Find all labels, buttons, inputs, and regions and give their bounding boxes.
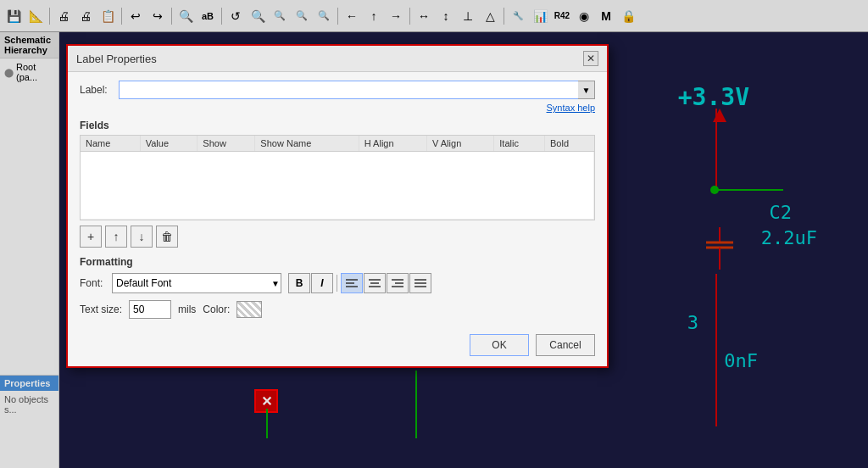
- add-row-button[interactable]: +: [80, 226, 102, 248]
- dialog-title: Label Properties: [76, 53, 157, 65]
- italic-button[interactable]: I: [311, 273, 333, 293]
- col-italic: Italic: [494, 136, 545, 152]
- color-swatch[interactable]: [236, 301, 262, 318]
- col-show-name: Show Name: [255, 136, 359, 152]
- table-empty-row: [81, 152, 594, 220]
- textsize-row: Text size: mils Color:: [80, 300, 595, 319]
- dialog-footer: OK Cancel: [68, 327, 607, 366]
- align-center-icon: [369, 278, 381, 288]
- textsize-input[interactable]: [129, 300, 171, 319]
- dialog-titlebar[interactable]: Label Properties ✕: [68, 46, 607, 72]
- col-bold: Bold: [545, 136, 594, 152]
- delete-row-button[interactable]: 🗑: [156, 226, 178, 248]
- table-header: Name Value Show Show Name H Align V Alig…: [81, 136, 594, 152]
- move-up-button[interactable]: ↑: [105, 226, 127, 248]
- mils-label: mils: [178, 304, 196, 315]
- align-left-icon: [346, 278, 358, 288]
- align-center-button[interactable]: [364, 273, 386, 293]
- ok-button[interactable]: OK: [470, 334, 529, 356]
- col-v-align: V Align: [427, 136, 494, 152]
- cancel-button[interactable]: Cancel: [536, 334, 595, 356]
- col-name: Name: [81, 136, 140, 152]
- formatting-section-label: Formatting: [80, 256, 595, 268]
- textsize-label: Text size:: [80, 304, 122, 315]
- bold-button[interactable]: B: [288, 273, 310, 293]
- syntax-help-link[interactable]: Syntax help: [80, 103, 595, 113]
- font-field-label: Font:: [80, 277, 105, 289]
- fields-section-label: Fields: [80, 120, 595, 131]
- label-properties-dialog: Label Properties ✕ Label: ▼ Syntax help …: [66, 44, 609, 368]
- align-justified-icon: [415, 278, 426, 288]
- label-field-label: Label:: [80, 84, 114, 96]
- table-actions: + ↑ ↓ 🗑: [80, 226, 595, 248]
- col-h-align: H Align: [359, 136, 426, 152]
- label-input-wrapper: ▼: [119, 81, 595, 99]
- color-label: Color:: [203, 304, 230, 315]
- font-select[interactable]: Default Font Arial Times New Roman Couri…: [112, 273, 281, 293]
- align-left-button[interactable]: [341, 273, 363, 293]
- dialog-body: Label: ▼ Syntax help Fields Name Value S…: [68, 72, 607, 327]
- align-right-button[interactable]: [387, 273, 409, 293]
- fields-table-container: Name Value Show Show Name H Align V Alig…: [80, 135, 595, 220]
- table-body: [81, 152, 594, 220]
- fields-table: Name Value Show Show Name H Align V Alig…: [81, 136, 594, 220]
- dialog-close-button[interactable]: ✕: [583, 51, 598, 66]
- col-value: Value: [140, 136, 198, 152]
- align-justified-button[interactable]: [409, 273, 431, 293]
- font-row: Font: Default Font Arial Times New Roman…: [80, 273, 595, 293]
- label-input[interactable]: [119, 81, 595, 99]
- format-separator: [337, 275, 337, 292]
- col-show: Show: [198, 136, 255, 152]
- label-row: Label: ▼: [80, 81, 595, 99]
- label-dropdown-button[interactable]: ▼: [578, 81, 595, 99]
- move-down-button[interactable]: ↓: [131, 226, 153, 248]
- align-right-icon: [392, 278, 403, 288]
- format-buttons: B I: [288, 273, 431, 293]
- font-select-wrapper: Default Font Arial Times New Roman Couri…: [112, 273, 281, 293]
